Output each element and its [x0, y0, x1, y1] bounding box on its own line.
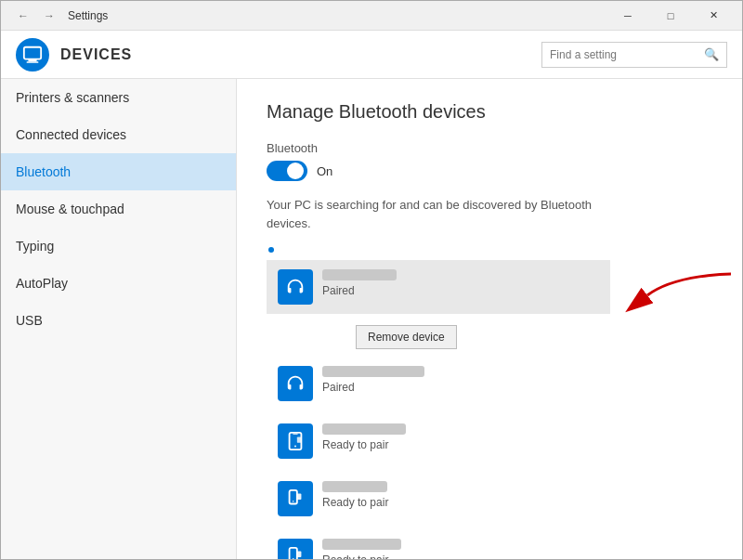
device-item-2[interactable]: Paired	[267, 357, 610, 410]
toggle-on-label: On	[317, 164, 332, 178]
sidebar-item-usb[interactable]: USB	[1, 302, 236, 339]
device-info-5: Ready to pair	[322, 539, 599, 560]
bluetooth-toggle[interactable]	[267, 161, 307, 181]
svg-rect-6	[293, 434, 298, 435]
bluetooth-label: Bluetooth	[267, 141, 712, 155]
device-info-4: Ready to pair	[322, 481, 599, 509]
bt-status-text: Your PC is searching for and can be disc…	[267, 196, 619, 232]
sidebar-item-typing[interactable]: Typing	[1, 228, 236, 265]
device-item-1[interactable]: Paired	[267, 260, 610, 314]
maximize-button[interactable]: □	[649, 1, 692, 31]
back-button[interactable]: ←	[12, 5, 34, 27]
search-input[interactable]	[550, 48, 704, 61]
svg-point-9	[293, 501, 293, 501]
svg-rect-13	[297, 552, 302, 557]
svg-point-5	[294, 446, 296, 448]
device-icon-phone-3	[278, 539, 313, 560]
device-status-2: Paired	[322, 381, 599, 394]
device-info-1: Paired	[322, 269, 599, 297]
device-item-3[interactable]: Ready to pair	[267, 414, 610, 468]
sidebar-item-bluetooth[interactable]: Bluetooth	[1, 153, 236, 190]
sidebar-item-mouse[interactable]: Mouse & touchpad	[1, 190, 236, 228]
toggle-knob	[287, 163, 304, 179]
svg-rect-1	[28, 59, 36, 61]
device-name-blur-4	[322, 481, 387, 492]
device-status-3: Ready to pair	[322, 438, 599, 451]
device-info-3: Ready to pair	[322, 423, 599, 451]
svg-rect-10	[297, 494, 302, 500]
device-name-blur-5	[322, 539, 401, 550]
title-bar-left: ← → Settings	[12, 5, 108, 27]
device-name-blur-1	[322, 269, 397, 280]
device-info-2: Paired	[322, 366, 599, 394]
device-icon-headphones-2	[278, 366, 313, 401]
close-button[interactable]: ✕	[692, 1, 735, 31]
sidebar-item-autoplay[interactable]: AutoPlay	[1, 265, 236, 302]
main-layout: Printers & scanners Connected devices Bl…	[1, 79, 742, 560]
device-name-blur-2	[322, 366, 424, 377]
search-icon: 🔍	[704, 47, 719, 61]
nav-buttons: ← →	[12, 5, 60, 27]
device-item-5[interactable]: Ready to pair	[267, 529, 610, 560]
device-icon-phone-2	[278, 481, 313, 516]
sidebar-item-printers[interactable]: Printers & scanners	[1, 79, 236, 116]
toggle-row: On	[267, 161, 712, 181]
app-title: DEVICES	[60, 46, 132, 63]
forward-button[interactable]: →	[38, 5, 60, 27]
svg-rect-2	[27, 61, 39, 62]
device-item-4[interactable]: Ready to pair	[267, 472, 610, 526]
scanning-dot	[268, 247, 274, 253]
device-icon-phone-1	[278, 423, 313, 459]
device-name-blur-3	[322, 423, 406, 435]
svg-point-12	[293, 558, 293, 559]
red-arrow	[619, 269, 740, 325]
svg-rect-0	[24, 46, 41, 59]
sidebar-item-connected[interactable]: Connected devices	[1, 116, 236, 153]
device-icon-headphones-1	[278, 269, 313, 305]
devices-icon	[16, 38, 49, 72]
remove-device-button[interactable]: Remove device	[356, 325, 457, 349]
window-controls: ─ □ ✕	[606, 1, 735, 31]
search-box[interactable]: 🔍	[541, 42, 727, 68]
content-area: Manage Bluetooth devices Bluetooth On Yo…	[237, 79, 742, 560]
device-status-4: Ready to pair	[322, 496, 599, 509]
window-title: Settings	[68, 9, 108, 22]
device-status-5: Ready to pair	[322, 553, 599, 560]
title-bar: ← → Settings ─ □ ✕	[1, 1, 742, 31]
minimize-button[interactable]: ─	[606, 1, 649, 31]
app-header: DEVICES 🔍	[1, 31, 742, 79]
device-status-1: Paired	[322, 284, 599, 297]
sidebar: Printers & scanners Connected devices Bl…	[1, 79, 237, 560]
svg-rect-7	[297, 436, 302, 442]
page-title: Manage Bluetooth devices	[267, 101, 712, 123]
